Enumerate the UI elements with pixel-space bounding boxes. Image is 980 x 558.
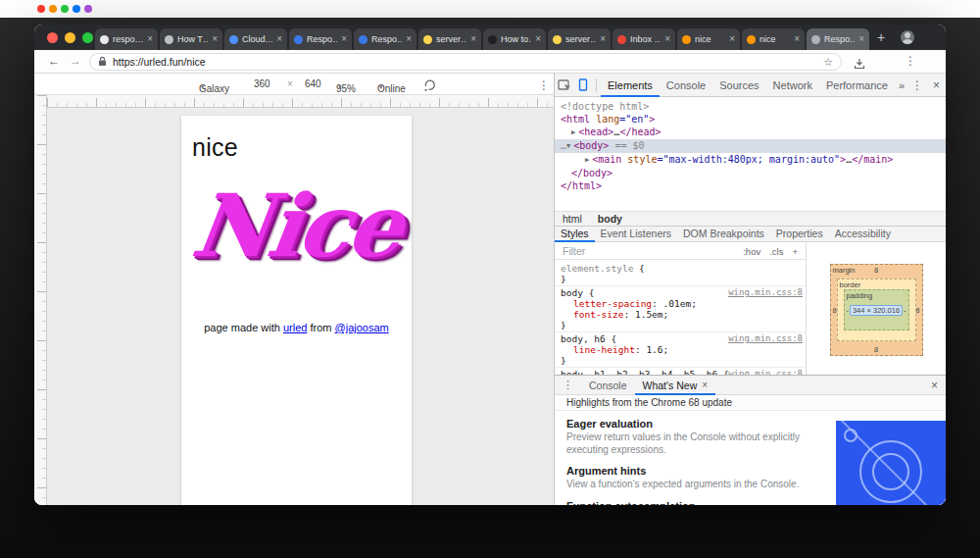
jajoosam-link[interactable]: @jajoosam (335, 322, 389, 333)
bookmark-star-icon[interactable]: ☆ (823, 56, 833, 69)
back-button[interactable]: ← (48, 54, 60, 68)
tab-properties[interactable]: Properties (770, 226, 829, 242)
tab-close-icon[interactable]: × (276, 34, 282, 44)
tab-close-icon[interactable]: × (664, 34, 670, 44)
tab-close-icon[interactable]: × (470, 34, 476, 44)
tab-favicon-icon (617, 35, 626, 44)
browser-tab[interactable]: respo…× (95, 28, 158, 50)
more-tabs-icon[interactable]: » (895, 79, 908, 91)
device-height-field[interactable]: 640 (305, 78, 321, 89)
filter-input[interactable]: Filter (563, 245, 585, 257)
browser-tab[interactable]: Cloud…× (224, 28, 287, 50)
style-rule-body[interactable]: wing.min.css:8 body { letter-spacing: .0… (555, 286, 806, 332)
browser-tab[interactable]: How to…× (483, 28, 546, 50)
dom-node-body-close[interactable]: </body> (555, 167, 946, 179)
tab-close-icon[interactable]: × (535, 34, 541, 44)
css-property-name: font-size (573, 309, 623, 320)
dom-node-body-selected[interactable]: …▼<body>== $0 (555, 139, 946, 153)
device-toolbar-toggle-icon[interactable] (577, 78, 589, 91)
browser-menu-icon[interactable]: ⋮ (905, 54, 916, 68)
style-rule-element[interactable]: element.style { } (555, 262, 806, 286)
tab-label: How to… (501, 34, 531, 44)
css-property-name: letter-spacing (573, 298, 652, 309)
style-rule-headings[interactable]: wing.min.css:8 body, h1, h2, h3, h4, h5,… (555, 368, 806, 375)
margin-bottom-value: 8 (831, 345, 922, 354)
dom-node-doctype[interactable]: <!doctype html> (555, 100, 946, 113)
breadcrumb-body[interactable]: body (598, 213, 622, 225)
tab-close-icon[interactable]: × (212, 34, 218, 44)
tab-close-icon[interactable]: × (341, 34, 347, 44)
drawer-tab-whats-new[interactable]: What's New× (635, 376, 716, 395)
new-rule-button[interactable]: + (792, 246, 798, 257)
drawer-tab-console[interactable]: Console (581, 376, 635, 395)
close-whats-new-icon[interactable]: × (702, 376, 708, 395)
dom-node-main[interactable]: ▶<main style="max-width:480px; margin:au… (555, 153, 946, 167)
hover-toggle[interactable]: :hov (743, 246, 760, 257)
tab-performance[interactable]: Performance (819, 74, 895, 97)
tab-close-icon[interactable]: × (858, 34, 864, 44)
video-thumbnail[interactable] (836, 421, 946, 505)
browser-tab[interactable]: Respo…× (289, 28, 352, 50)
stylesheet-link[interactable]: wing.min.css:8 (728, 287, 803, 298)
devtools-close-icon[interactable]: × (933, 78, 940, 92)
browser-tab[interactable]: How T…× (160, 28, 222, 50)
page-heading: nice (192, 133, 238, 162)
dom-node-html[interactable]: <html lang="en"> (555, 113, 946, 126)
zoom-window-button[interactable] (82, 32, 93, 43)
expand-arrow-icon[interactable]: ▶ (585, 156, 589, 164)
tab-favicon-icon (553, 35, 562, 44)
brace: } (561, 274, 566, 284)
browser-tab[interactable]: Respo…× (354, 28, 416, 50)
browser-tab[interactable]: server…× (548, 28, 611, 50)
menu-bar-dot (37, 5, 45, 13)
tab-accessibility[interactable]: Accessibility (829, 226, 897, 242)
forward-button[interactable]: → (70, 54, 81, 68)
devtools-panel: Elements Console Sources Network Perform… (554, 74, 946, 505)
tab-label: How T… (177, 34, 208, 44)
browser-tab-active[interactable]: Respo…× (807, 28, 869, 50)
new-tab-button[interactable]: + (877, 29, 885, 45)
drawer-close-icon[interactable]: × (931, 379, 938, 392)
chevron-down-icon: ▾ (379, 83, 383, 91)
tab-favicon-icon (423, 35, 432, 44)
tab-network[interactable]: Network (766, 74, 819, 97)
device-width-field[interactable]: 360 (254, 78, 270, 89)
inspect-element-icon[interactable] (558, 78, 571, 91)
urled-link[interactable]: urled (283, 322, 307, 333)
brace: { (612, 333, 617, 344)
devtools-menu-icon[interactable]: ⋮ (911, 78, 923, 92)
browser-tab[interactable]: server…× (418, 28, 481, 50)
browser-tab[interactable]: nice× (742, 28, 805, 50)
dom-node-html-close[interactable]: </html> (555, 179, 946, 192)
stylesheet-link[interactable]: wing.min.css:8 (728, 333, 803, 344)
address-bar[interactable]: https://urled.fun/nice ☆ (89, 53, 842, 71)
tab-close-icon[interactable]: × (147, 34, 153, 44)
tab-favicon-icon (682, 35, 691, 44)
downloads-tray-icon[interactable] (854, 56, 865, 74)
minimize-window-button[interactable] (65, 32, 75, 43)
close-window-button[interactable] (47, 32, 58, 43)
profile-avatar[interactable] (901, 30, 914, 44)
tab-close-icon[interactable]: × (406, 34, 412, 44)
tab-dom-breakpoints[interactable]: DOM Breakpoints (677, 226, 770, 242)
drawer-menu-icon[interactable]: ⋮ (563, 379, 573, 391)
tab-console[interactable]: Console (660, 74, 712, 97)
style-rule-body-h6[interactable]: wing.min.css:8 body, h6 { line-height: 1… (555, 332, 806, 368)
tab-close-icon[interactable]: × (794, 34, 800, 44)
class-toggle[interactable]: .cls (769, 246, 783, 257)
collapse-arrow-icon[interactable]: ▼ (566, 142, 570, 150)
footer-text: page made with (204, 322, 283, 333)
tab-event-listeners[interactable]: Event Listeners (595, 226, 677, 242)
expand-arrow-icon[interactable]: ▶ (571, 128, 575, 136)
tab-elements[interactable]: Elements (601, 74, 660, 97)
tab-close-icon[interactable]: × (729, 34, 735, 44)
breadcrumb-html[interactable]: html (563, 213, 582, 225)
tab-styles[interactable]: Styles (555, 226, 595, 242)
browser-tab[interactable]: Inbox …× (612, 28, 675, 50)
rotate-device-icon[interactable] (423, 78, 436, 93)
dom-node-head[interactable]: ▶<head>…</head> (555, 126, 946, 139)
tab-close-icon[interactable]: × (600, 34, 606, 44)
device-toolbar-menu-icon[interactable]: ⋮ (538, 78, 550, 92)
tab-sources[interactable]: Sources (712, 74, 765, 97)
browser-tab[interactable]: nice× (677, 28, 740, 50)
